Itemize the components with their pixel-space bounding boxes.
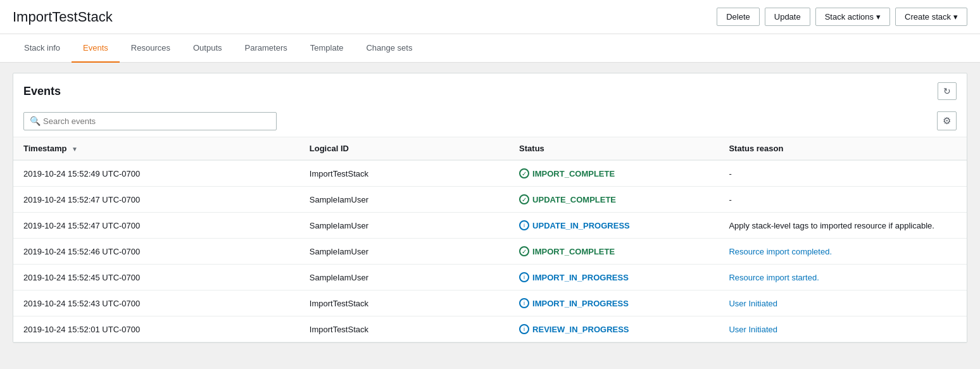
reason-link[interactable]: Resource import completed. — [729, 247, 832, 256]
cell-logical-id: SampleIamUser — [299, 213, 509, 239]
chevron-down-icon: ▾ — [953, 12, 958, 22]
cell-logical-id: ImportTestStack — [299, 291, 509, 316]
status-progress-icon: i — [519, 324, 529, 334]
tab-stack-info[interactable]: Stack info — [13, 34, 72, 63]
status-text: IMPORT_IN_PROGRESS — [532, 273, 629, 282]
col-header-logical-id: Logical ID — [299, 137, 509, 161]
cell-status: i IMPORT_IN_PROGRESS — [509, 291, 719, 316]
status-complete-icon: ✓ — [519, 168, 529, 178]
cell-timestamp: 2019-10-24 15:52:01 UTC-0700 — [13, 316, 299, 342]
table-row: 2019-10-24 15:52:43 UTC-0700ImportTestSt… — [13, 291, 967, 316]
main-content: Events ↻ 🔍 ⚙ Timestamp ▼ — [0, 63, 980, 353]
status-progress-icon: i — [519, 272, 529, 282]
status-text: IMPORT_COMPLETE — [532, 169, 615, 178]
reason-link[interactable]: User Initiated — [729, 325, 777, 334]
tab-events[interactable]: Events — [72, 34, 120, 63]
cell-status: i REVIEW_IN_PROGRESS — [509, 316, 719, 342]
table-row: 2019-10-24 15:52:45 UTC-0700SampleIamUse… — [13, 265, 967, 291]
status-text: IMPORT_IN_PROGRESS — [532, 299, 629, 308]
status-text: UPDATE_IN_PROGRESS — [532, 221, 630, 230]
table-row: 2019-10-24 15:52:47 UTC-0700SampleIamUse… — [13, 213, 967, 239]
search-input[interactable] — [23, 112, 277, 130]
events-panel: Events ↻ 🔍 ⚙ Timestamp ▼ — [13, 73, 967, 343]
table-row: 2019-10-24 15:52:47 UTC-0700SampleIamUse… — [13, 187, 967, 213]
status-text: UPDATE_COMPLETE — [532, 195, 616, 204]
cell-logical-id: ImportTestStack — [299, 160, 509, 187]
settings-button[interactable]: ⚙ — [937, 111, 957, 130]
status-complete-icon: ✓ — [519, 246, 529, 256]
panel-actions: ↻ — [938, 82, 957, 100]
chevron-down-icon: ▾ — [876, 12, 881, 22]
col-header-timestamp: Timestamp ▼ — [13, 137, 299, 161]
refresh-button[interactable]: ↻ — [938, 82, 957, 100]
cell-logical-id: ImportTestStack — [299, 316, 509, 342]
header-actions: Delete Update Stack actions ▾ Create sta… — [717, 8, 967, 26]
cell-timestamp: 2019-10-24 15:52:43 UTC-0700 — [13, 291, 299, 316]
col-header-status-reason: Status reason — [719, 137, 967, 161]
create-stack-button[interactable]: Create stack ▾ — [895, 8, 967, 26]
cell-timestamp: 2019-10-24 15:52:46 UTC-0700 — [13, 239, 299, 265]
status-complete-icon: ✓ — [519, 194, 529, 204]
cell-timestamp: 2019-10-24 15:52:49 UTC-0700 — [13, 160, 299, 187]
status-progress-icon: i — [519, 298, 529, 308]
reason-link[interactable]: Resource import started. — [729, 273, 819, 282]
cell-status-reason: Apply stack-level tags to imported resou… — [719, 213, 967, 239]
search-icon: 🔍 — [30, 116, 41, 126]
page-header: ImportTestStack Delete Update Stack acti… — [0, 0, 980, 34]
tab-template[interactable]: Template — [299, 34, 355, 63]
tab-parameters[interactable]: Parameters — [234, 34, 299, 63]
col-header-status: Status — [509, 137, 719, 161]
tab-resources[interactable]: Resources — [120, 34, 182, 63]
panel-header: Events ↻ — [13, 73, 967, 106]
cell-logical-id: SampleIamUser — [299, 239, 509, 265]
cell-status: i IMPORT_IN_PROGRESS — [509, 265, 719, 291]
cell-timestamp: 2019-10-24 15:52:45 UTC-0700 — [13, 265, 299, 291]
panel-title: Events — [23, 85, 61, 98]
status-progress-icon: i — [519, 220, 529, 230]
events-table: Timestamp ▼ Logical ID Status Status rea… — [13, 137, 967, 342]
stack-actions-button[interactable]: Stack actions ▾ — [815, 8, 890, 26]
cell-status: ✓ UPDATE_COMPLETE — [509, 187, 719, 213]
cell-status-reason: Resource import started. — [719, 265, 967, 291]
tab-bar: Stack info Events Resources Outputs Para… — [0, 34, 980, 63]
cell-status: i UPDATE_IN_PROGRESS — [509, 213, 719, 239]
cell-status: ✓ IMPORT_COMPLETE — [509, 239, 719, 265]
tab-outputs[interactable]: Outputs — [182, 34, 234, 63]
cell-status-reason: - — [719, 187, 967, 213]
cell-timestamp: 2019-10-24 15:52:47 UTC-0700 — [13, 213, 299, 239]
cell-status-reason: User Initiated — [719, 291, 967, 316]
search-wrapper: 🔍 — [23, 112, 277, 130]
table-row: 2019-10-24 15:52:01 UTC-0700ImportTestSt… — [13, 316, 967, 342]
cell-logical-id: SampleIamUser — [299, 265, 509, 291]
cell-status: ✓ IMPORT_COMPLETE — [509, 160, 719, 187]
cell-status-reason: - — [719, 160, 967, 187]
table-row: 2019-10-24 15:52:46 UTC-0700SampleIamUse… — [13, 239, 967, 265]
status-text: IMPORT_COMPLETE — [532, 247, 615, 256]
status-text: REVIEW_IN_PROGRESS — [532, 325, 629, 334]
sort-icon[interactable]: ▼ — [72, 146, 78, 153]
page-title: ImportTestStack — [13, 9, 113, 25]
cell-timestamp: 2019-10-24 15:52:47 UTC-0700 — [13, 187, 299, 213]
cell-status-reason: User Initiated — [719, 316, 967, 342]
delete-button[interactable]: Delete — [717, 8, 760, 26]
reason-link[interactable]: User Initiated — [729, 299, 777, 308]
update-button[interactable]: Update — [765, 8, 810, 26]
search-bar: 🔍 ⚙ — [13, 106, 967, 137]
tab-change-sets[interactable]: Change sets — [355, 34, 424, 63]
cell-status-reason: Resource import completed. — [719, 239, 967, 265]
table-header-row: Timestamp ▼ Logical ID Status Status rea… — [13, 137, 967, 161]
cell-logical-id: SampleIamUser — [299, 187, 509, 213]
table-row: 2019-10-24 15:52:49 UTC-0700ImportTestSt… — [13, 160, 967, 187]
